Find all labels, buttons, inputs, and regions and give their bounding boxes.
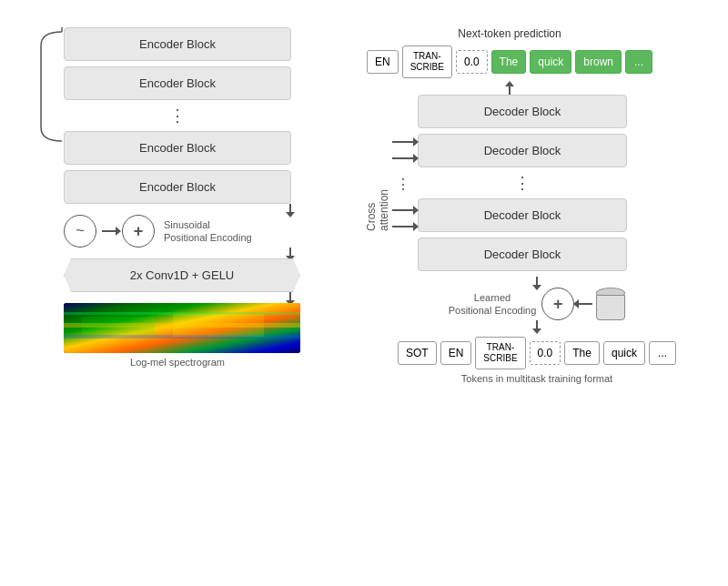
conv-block: 2x Conv1D + GELU xyxy=(64,258,300,292)
encoder-block-1: Encoder Block xyxy=(64,27,291,61)
plus-circle: + xyxy=(122,215,155,248)
token-transcribe-top: TRAN-SCRIBE xyxy=(402,45,452,78)
learned-label: LearnedPositional Encoding xyxy=(449,291,537,318)
token-the-bot: The xyxy=(564,341,600,365)
decoder-section: Next-token prediction EN TRAN-SCRIBE 0.0… xyxy=(309,18,710,568)
cross-arrow-2 xyxy=(392,157,414,159)
spectrogram-label: Log-mel spectrogram xyxy=(64,357,291,368)
encoder-dots: ⋮ xyxy=(64,107,291,124)
token-quick-top: quick xyxy=(530,50,571,74)
token-sot: SOT xyxy=(398,341,437,365)
encoder-block-4: Encoder Block xyxy=(64,170,291,204)
token-dots-top: ... xyxy=(625,50,652,74)
wave-symbol: ~ xyxy=(76,223,84,239)
token-en-top: EN xyxy=(367,50,399,74)
token-quick-bot: quick xyxy=(603,341,645,365)
token-en-bot: EN xyxy=(440,341,472,365)
token-row-bottom: SOT EN TRAN-SCRIBE 0.0 The quick ... xyxy=(398,337,676,369)
decoder-block-3: Decoder Block xyxy=(418,198,627,232)
token-dots-bot: ... xyxy=(649,341,676,365)
decoder-dots: ⋮ xyxy=(418,175,627,191)
encoder-section: Encoder Block Encoder Block ⋮ Encoder Bl… xyxy=(18,18,309,568)
token-the-top: The xyxy=(491,50,527,74)
tokens-label: Tokens in multitask training format xyxy=(461,373,612,384)
arrow-to-cylinder xyxy=(578,303,592,305)
cross-arrow-3 xyxy=(392,209,414,211)
token-brown-top: brown xyxy=(575,50,622,74)
token-00-top: 0.0 xyxy=(456,50,488,74)
arrow-to-plus xyxy=(102,230,116,232)
svg-rect-5 xyxy=(82,317,155,335)
decoder-block-4: Decoder Block xyxy=(418,237,627,271)
next-token-label: Next-token prediction xyxy=(458,27,561,40)
cross-attention-label: Cross attention xyxy=(365,159,390,231)
cross-arrow-1 xyxy=(392,141,414,143)
token-transcribe-bot: TRAN-SCRIBE xyxy=(475,337,525,369)
spectrogram xyxy=(64,303,300,353)
wave-circle: ~ xyxy=(64,215,96,248)
encoder-block-3: Encoder Block xyxy=(64,131,291,165)
decoder-block-2: Decoder Block xyxy=(418,134,627,167)
sinusoidal-label: SinusoidalPositional Encoding xyxy=(164,218,252,245)
token-row-top: EN TRAN-SCRIBE 0.0 The quick brown ... xyxy=(367,45,652,78)
token-00-bot: 0.0 xyxy=(530,341,561,365)
decoder-plus-circle: + xyxy=(541,288,574,320)
cross-arrow-4 xyxy=(392,226,414,227)
encoder-block-2: Encoder Block xyxy=(64,66,291,100)
database-icon xyxy=(596,288,625,320)
decoder-block-1: Decoder Block xyxy=(418,95,627,128)
svg-rect-6 xyxy=(173,314,264,337)
